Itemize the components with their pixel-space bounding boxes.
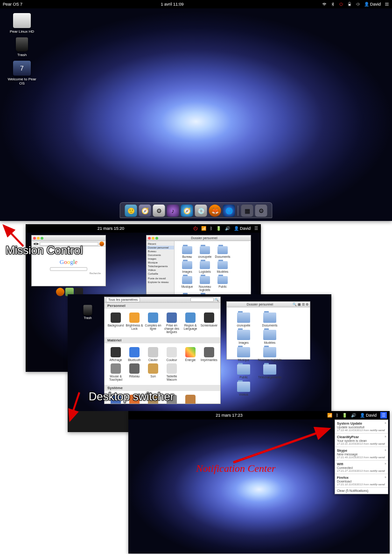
settings-item[interactable]: Clavier xyxy=(144,346,162,362)
search-input[interactable] xyxy=(190,298,214,302)
view-grid-icon[interactable]: ▦ xyxy=(298,303,301,306)
folder[interactable]: Logiciels xyxy=(196,260,214,275)
desktop-icon-hd[interactable]: Pear Linux HD xyxy=(6,13,38,34)
settings-item[interactable]: Screensaver xyxy=(200,312,218,334)
settings-item[interactable]: Affichage xyxy=(106,346,125,362)
sidebar-item[interactable]: Bureau xyxy=(147,249,174,253)
dock-settings[interactable]: ⚙ xyxy=(153,205,165,217)
sidebar-item[interactable]: Corbeille xyxy=(147,272,174,276)
bluetooth-icon[interactable] xyxy=(330,2,335,7)
power-icon[interactable] xyxy=(339,2,343,7)
bluetooth-icon[interactable]: ᛒ xyxy=(210,226,212,231)
wifi-icon[interactable] xyxy=(322,2,327,7)
folder[interactable]: Bureau xyxy=(178,245,196,260)
settings-item[interactable]: Réseau xyxy=(125,362,144,382)
folder[interactable]: Modèles xyxy=(214,260,231,275)
dock-globe[interactable]: 🌐 xyxy=(223,205,235,217)
search-icon[interactable]: 🔍 xyxy=(293,303,297,306)
volume-icon[interactable]: 🔊 xyxy=(225,226,230,231)
sidebar-item[interactable]: Images xyxy=(147,257,174,261)
menu-icon[interactable]: ☰ xyxy=(254,226,258,231)
folder[interactable]: cronopete xyxy=(231,311,257,328)
folder[interactable]: Images xyxy=(231,328,257,346)
sidebar-item[interactable]: Explorer le réseau xyxy=(147,280,174,284)
close-icon[interactable]: × xyxy=(385,421,386,425)
notification-item[interactable]: SkypeNew message17:21:49 21/03/2013 from… xyxy=(335,447,388,461)
sidebar-item[interactable]: Poste de travail xyxy=(147,277,174,280)
settings-item[interactable]: Mouse & Touchpad xyxy=(106,362,125,382)
user-menu[interactable]: 👤 David xyxy=(360,413,377,418)
close-icon[interactable]: × xyxy=(385,448,386,452)
settings-item[interactable]: Couleur xyxy=(162,346,181,362)
mission-window-browser[interactable]: ◀ ▶ Google Recherche xyxy=(31,235,106,286)
notification-item[interactable]: FirefoxDownload17:21:10 21/03/2013 from … xyxy=(335,474,388,488)
settings-item[interactable]: Sources de logiciels xyxy=(181,394,200,404)
notification-item[interactable]: WifiConnected17:21:27 21/03/2013 from no… xyxy=(335,461,388,474)
firefox-icon[interactable] xyxy=(56,288,64,296)
user-menu[interactable]: 👤 David xyxy=(364,2,381,7)
dock-itunes[interactable]: ♪ xyxy=(167,205,179,217)
clear-notifications[interactable]: Clear (5 Notifications) xyxy=(335,488,388,494)
folder[interactable]: Nouveau logiciels xyxy=(257,346,283,363)
settings-breadcrumb[interactable]: Tous les paramètres xyxy=(106,297,140,302)
desktop-icon-trash[interactable]: Trash xyxy=(74,305,102,320)
dock-safari[interactable]: 🧭 xyxy=(181,205,193,217)
dock-finder[interactable]: 🙂 xyxy=(125,205,137,217)
settings-item[interactable]: Background xyxy=(106,312,125,334)
sidebar-item[interactable]: Récent xyxy=(147,242,174,246)
sidebar-item[interactable]: Vidéos xyxy=(147,268,174,272)
files-window[interactable]: Dossier personnel 🔍 ▦ ☰ ⚙ cronopeteDocum… xyxy=(226,301,310,360)
settings-item[interactable]: Imprimantes xyxy=(200,346,218,362)
view-list-icon[interactable]: ☰ xyxy=(302,303,305,306)
settings-item[interactable]: Son xyxy=(144,362,162,382)
settings-item[interactable]: Brightness & Lock xyxy=(125,312,144,334)
desktop-icon-trash[interactable]: Trash xyxy=(6,37,38,57)
wifi-icon[interactable]: 📶 xyxy=(201,226,206,231)
desktop-icon-welcome[interactable]: 7Welcome to Pear OS xyxy=(6,61,38,85)
close-icon[interactable]: × xyxy=(385,462,386,465)
notification-toggle[interactable]: ☰ xyxy=(380,412,387,419)
folder[interactable]: Musique xyxy=(178,275,196,293)
folder[interactable]: Public xyxy=(231,363,257,380)
folder[interactable]: Vidéos xyxy=(231,380,257,398)
folder[interactable]: Modèles xyxy=(257,328,283,346)
folder[interactable]: Nouveau logiciels xyxy=(196,275,214,293)
sidebar-item[interactable]: Téléchargements xyxy=(147,264,174,268)
dock-dashboard[interactable]: 🧭 xyxy=(139,205,151,217)
settings-item[interactable]: Tablette Wacom xyxy=(162,362,181,382)
folder[interactable]: Public xyxy=(214,275,231,293)
notification-item[interactable]: System UpdateUpdate successfull17:22:46 … xyxy=(335,420,388,433)
dock-apps[interactable]: ⚙ xyxy=(255,205,267,217)
volume-icon[interactable]: 🔊 xyxy=(351,413,356,418)
user-menu[interactable]: 👤 David xyxy=(234,226,251,231)
folder[interactable]: Téléchargements xyxy=(257,363,283,380)
dock-drive[interactable]: 💿 xyxy=(195,205,207,217)
sidebar-item[interactable]: Dossier personnel xyxy=(147,246,174,249)
volume-icon[interactable] xyxy=(356,2,360,7)
settings-item[interactable]: Bluetooth xyxy=(125,346,144,362)
settings-item[interactable]: Prise en charge des langues xyxy=(162,312,181,334)
menu-icon[interactable] xyxy=(385,2,389,7)
settings-item[interactable]: Comptes en ligne xyxy=(144,312,162,334)
mission-window-files[interactable]: Dossier personnel RécentDossier personne… xyxy=(146,235,251,296)
settings-item[interactable]: Énergie xyxy=(181,346,200,362)
folder[interactable]: Documents xyxy=(214,245,231,260)
power-icon[interactable]: ⏻ xyxy=(193,226,197,231)
dock-firefox[interactable]: 🦊 xyxy=(209,205,221,217)
notification-item[interactable]: CleanMyPearYour system is clean17:22:21 … xyxy=(335,433,388,447)
battery-icon[interactable]: 🔋 xyxy=(342,413,347,418)
sidebar-item[interactable]: Musique xyxy=(147,261,174,264)
folder[interactable]: cronopete xyxy=(196,245,214,260)
close-icon[interactable]: × xyxy=(385,435,386,438)
settings-window[interactable]: Tous les paramètres 🔍 PersonnelBackgroun… xyxy=(104,297,221,404)
folder[interactable]: Images xyxy=(178,260,196,275)
folder[interactable]: Musique xyxy=(231,346,257,363)
dock-launchpad[interactable]: ▦ xyxy=(241,205,253,217)
battery-icon[interactable]: 🔋 xyxy=(216,226,221,231)
bluetooth-icon[interactable]: ᛒ xyxy=(336,413,338,418)
gear-icon[interactable]: ⚙ xyxy=(306,303,308,306)
folder[interactable]: Documents xyxy=(257,311,283,328)
settings-item[interactable]: Region & Language xyxy=(181,312,200,334)
close-icon[interactable]: × xyxy=(385,476,386,479)
sidebar-item[interactable]: Documents xyxy=(147,253,174,257)
